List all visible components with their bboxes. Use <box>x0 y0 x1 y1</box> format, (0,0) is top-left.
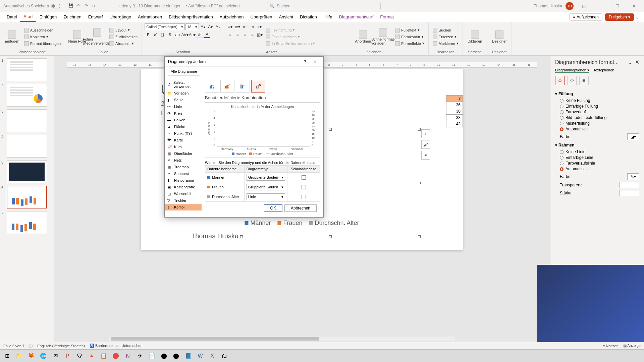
format-painter-button[interactable]: Format übertragen <box>23 41 62 47</box>
border-section-header[interactable]: ▾ Rahmen <box>555 143 639 147</box>
thumb-2[interactable] <box>7 84 47 107</box>
series-type-combo-2[interactable]: Linie▾ <box>247 193 285 200</box>
designer-button[interactable]: Designer <box>490 23 509 50</box>
obs-icon[interactable]: ⬤ <box>158 351 170 361</box>
tab-insert[interactable]: Einfügen <box>36 12 60 21</box>
search-box[interactable]: 🔍 Suchen <box>267 2 381 10</box>
fill-option-farbverlauf[interactable]: Farbverlauf <box>560 110 639 114</box>
close-icon[interactable]: ✕ <box>627 1 641 11</box>
language-status[interactable]: Englisch (Vereinigte Staaten) <box>37 344 85 348</box>
tab-chart-options[interactable]: Diagrammoptionen ▾ <box>555 68 589 73</box>
series-name-1[interactable]: Frauen <box>205 182 245 192</box>
chart-plus-icon[interactable]: + <box>421 129 430 138</box>
save-icon[interactable]: 💾 <box>68 3 74 9</box>
thumb-1[interactable] <box>7 58 47 81</box>
case-button[interactable]: Aa▾ <box>189 32 196 38</box>
effects-icon[interactable]: ⬠ <box>567 76 577 85</box>
autosave-toggle[interactable]: Automatisches Speichern <box>3 4 60 8</box>
chart-type-karte[interactable]: 🗺Karte <box>165 137 202 143</box>
shadow-button[interactable]: ab <box>174 32 181 38</box>
redo-icon[interactable]: ↷ <box>85 3 90 9</box>
paste-button[interactable]: Einfügen <box>3 23 21 50</box>
tab-text-options[interactable]: Textoptionen <box>593 68 614 73</box>
font-name-combo[interactable]: Calibri (Textkörper)▾ <box>145 23 185 30</box>
undo-icon[interactable]: ↶ <box>76 3 82 9</box>
chart-type-treemap[interactable]: ▦Treemap <box>165 164 202 170</box>
slide-counter[interactable]: Folie 6 von 7 <box>3 344 24 348</box>
align-right-icon[interactable]: ≡ <box>241 32 248 38</box>
fill-option-musterfllung[interactable]: Musterfüllung <box>560 121 639 126</box>
chart-type-zuletztverwendet[interactable]: ↺Zuletzt verwendet <box>165 79 202 90</box>
secondary-axis-check-0[interactable] <box>302 175 306 180</box>
highlight-button[interactable]: 🖊 <box>196 32 203 38</box>
tab-animations[interactable]: Animationen <box>135 12 165 21</box>
increase-font-icon[interactable]: A▴ <box>200 23 206 30</box>
share-button[interactable]: Freigeben▾ <box>605 13 634 21</box>
font-color-button[interactable]: A <box>204 32 210 38</box>
combo-subtype-custom[interactable] <box>251 80 265 93</box>
chart-type-wasserfall[interactable]: ◫Wasserfall <box>165 190 202 197</box>
chart-type-kreis[interactable]: ◔Kreis <box>165 110 202 117</box>
indent-left-icon[interactable]: ⇤ <box>241 23 248 30</box>
pane-close-icon[interactable]: ✕ <box>635 59 639 65</box>
powerpoint-icon[interactable]: P <box>62 351 73 361</box>
chart-type-vorlagen[interactable]: 📁Vorlagen <box>165 90 202 97</box>
tab-file[interactable]: Datei <box>3 12 20 21</box>
app3-icon[interactable]: 🔴 <box>110 351 121 361</box>
app4-icon[interactable]: 📄 <box>146 351 158 361</box>
fill-option-automatisch[interactable]: Automatisch <box>560 127 639 131</box>
tab-slideshow[interactable]: Bildschirmpräsentation <box>165 12 216 21</box>
chart-type-punktxy[interactable]: ⁘Punkt (XY) <box>165 130 202 137</box>
tab-help[interactable]: Hilfe <box>320 12 336 21</box>
app-icon[interactable]: 🗨 <box>74 351 85 361</box>
tab-review[interactable]: Überprüfen <box>247 12 275 21</box>
combo-subtype-1[interactable] <box>205 80 219 93</box>
tab-chart-design[interactable]: Diagrammentwurf <box>336 12 377 21</box>
ok-button[interactable]: OK <box>264 204 282 212</box>
tab-transitions[interactable]: Übergänge <box>106 12 135 21</box>
chart-type-oberflche[interactable]: ▦Oberfläche <box>165 150 202 157</box>
explorer-icon[interactable]: 📁 <box>13 351 25 361</box>
spacing-button[interactable]: AV▾ <box>181 32 188 38</box>
spell-check-icon[interactable]: ⬚ <box>29 344 33 348</box>
app5-icon[interactable]: ⬤ <box>170 351 182 361</box>
display-settings[interactable]: ▦ Anzeige <box>623 344 641 348</box>
chart-type-trichter[interactable]: ▽Trichter <box>165 197 202 204</box>
align-left-icon[interactable]: ≡ <box>227 32 233 38</box>
decrease-font-icon[interactable]: A▾ <box>207 23 214 30</box>
chart-type-kombi[interactable]: ⫿Kombi <box>165 204 202 210</box>
bullets-icon[interactable]: ≡▾ <box>227 23 233 30</box>
horizontal-scrollbar[interactable] <box>109 337 455 341</box>
slide-thumbnails[interactable]: 1 2 3 4 5 6 7 <box>0 56 54 342</box>
app2-icon[interactable]: 📋 <box>98 351 109 361</box>
tab-view[interactable]: Ansicht <box>275 12 297 21</box>
thumb-6[interactable] <box>7 186 47 208</box>
shape-fill-button[interactable]: Fülleffekt▾ <box>394 27 426 33</box>
excel-icon[interactable]: X <box>207 351 218 361</box>
combo-subtype-3[interactable] <box>236 80 250 93</box>
reset-button[interactable]: Zurücksetzen <box>108 34 139 40</box>
collapse-ribbon-icon[interactable]: ⌄ <box>634 14 641 19</box>
chrome-icon[interactable]: 🌐 <box>38 351 49 361</box>
dialog-close-icon[interactable]: ✕ <box>310 57 320 67</box>
app6-icon[interactable]: 📘 <box>182 351 194 361</box>
new-slide-button[interactable]: Neue Folie <box>68 23 87 50</box>
thumb-4[interactable] <box>7 135 47 158</box>
series-name-2[interactable]: Durchschn. Alter <box>205 192 245 202</box>
clear-format-icon[interactable]: Aₓ <box>214 23 221 30</box>
tab-draw[interactable]: Zeichnen <box>60 12 85 21</box>
find-button[interactable]: Suchen <box>431 27 460 33</box>
arrange-button[interactable]: Anordnen <box>354 23 372 50</box>
toggle-off-icon[interactable] <box>51 4 60 8</box>
chart-type-netz[interactable]: ✳Netz <box>165 157 202 164</box>
section-button[interactable]: Abschnitt▾ <box>108 41 139 47</box>
tab-dictation[interactable]: Dictation <box>297 12 320 21</box>
secondary-axis-check-1[interactable] <box>302 185 306 189</box>
series-type-combo-0[interactable]: Gruppierte Säulen▾ <box>247 174 285 181</box>
tab-home[interactable]: Start <box>20 12 36 22</box>
thumb-3[interactable] <box>7 109 47 132</box>
underline-button[interactable]: U <box>159 32 166 38</box>
border-color-button[interactable]: ✎▾ <box>627 173 639 180</box>
fill-option-keinefllung[interactable]: Keine Füllung <box>560 98 639 103</box>
font-size-combo[interactable]: 18▾ <box>185 23 199 30</box>
